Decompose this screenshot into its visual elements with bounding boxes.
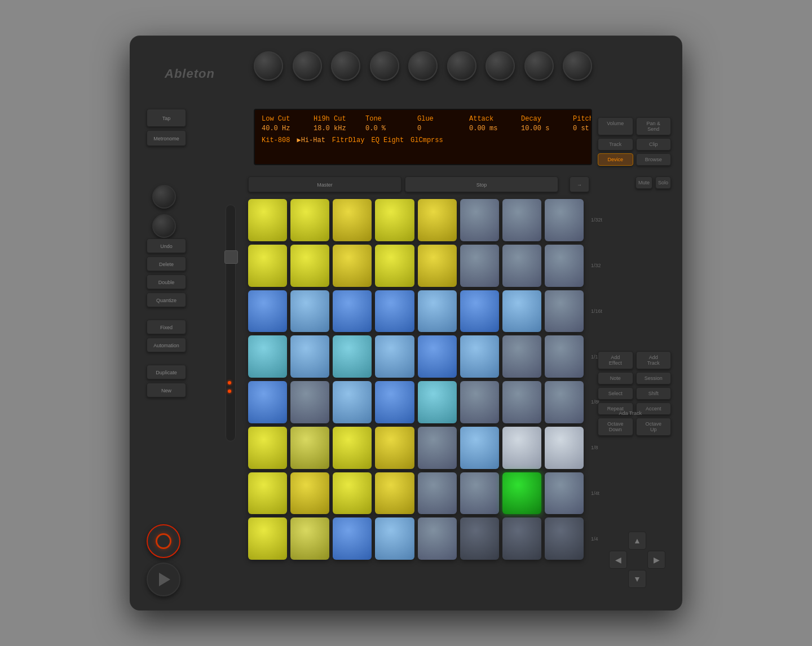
pad-1-6[interactable] — [460, 199, 499, 241]
pad-5-7[interactable] — [502, 381, 541, 423]
pad-1-3[interactable] — [333, 199, 372, 241]
tap-tempo-button[interactable]: TapTempo — [147, 109, 186, 127]
pad-5-1[interactable] — [248, 381, 287, 423]
pad-1-8[interactable] — [545, 199, 584, 241]
pad-7-3[interactable] — [333, 472, 372, 515]
knob-4[interactable] — [370, 51, 399, 81]
pad-6-6[interactable] — [460, 427, 499, 469]
pad-2-5[interactable] — [418, 245, 457, 287]
new-button[interactable]: New — [147, 383, 186, 397]
track-button[interactable]: Track — [598, 138, 633, 151]
pad-5-4[interactable] — [375, 381, 414, 423]
pad-7-1[interactable] — [248, 472, 287, 515]
device-button[interactable]: Device — [598, 153, 633, 166]
pad-7-7[interactable] — [502, 472, 541, 515]
pad-4-7[interactable] — [502, 335, 541, 378]
solo-button[interactable]: Solo — [655, 176, 671, 189]
pad-7-6[interactable] — [460, 472, 499, 515]
volume-slider[interactable] — [226, 205, 236, 441]
pad-3-8[interactable] — [545, 290, 584, 333]
knob-9[interactable] — [563, 51, 592, 81]
record-button[interactable] — [147, 524, 180, 558]
pad-3-5[interactable] — [418, 290, 457, 333]
pad-5-6[interactable] — [460, 381, 499, 423]
pad-7-5[interactable] — [418, 472, 457, 515]
pad-8-3[interactable] — [333, 517, 372, 560]
arrow-left-button[interactable]: ◀ — [609, 551, 627, 569]
pad-4-3[interactable] — [333, 335, 372, 378]
delete-button[interactable]: Delete — [147, 256, 186, 271]
volume-button[interactable]: Volume — [598, 117, 633, 135]
knob-8[interactable] — [524, 51, 554, 81]
add-effect-button[interactable]: AddEffect — [598, 351, 633, 369]
slider-thumb[interactable] — [224, 250, 238, 264]
pad-3-6[interactable] — [460, 290, 499, 333]
pad-6-3[interactable] — [333, 427, 372, 469]
pad-8-6[interactable] — [460, 517, 499, 560]
knob-2[interactable] — [293, 51, 322, 81]
pad-3-3[interactable] — [333, 290, 372, 333]
pad-5-2[interactable] — [290, 381, 329, 423]
session-button[interactable]: Session — [636, 372, 672, 384]
undo-button[interactable]: Undo — [147, 238, 186, 253]
encoder-left-1[interactable] — [152, 185, 176, 209]
pad-2-7[interactable] — [502, 245, 541, 287]
pad-5-8[interactable] — [545, 381, 584, 423]
pad-2-6[interactable] — [460, 245, 499, 287]
pad-4-4[interactable] — [375, 335, 414, 378]
quantize-button[interactable]: Quantize — [147, 293, 186, 307]
pad-8-1[interactable] — [248, 517, 287, 560]
encoder-left-2[interactable] — [152, 214, 176, 238]
fixed-length-button[interactable]: FixedLength — [147, 320, 186, 334]
note-button[interactable]: Note — [598, 372, 633, 384]
pad-7-2[interactable] — [290, 472, 329, 515]
pad-7-4[interactable] — [375, 472, 414, 515]
pad-3-4[interactable] — [375, 290, 414, 333]
play-button[interactable] — [147, 563, 180, 596]
octave-down-button[interactable]: OctaveDown — [598, 418, 633, 436]
pad-6-5[interactable] — [418, 427, 457, 469]
pad-2-4[interactable] — [375, 245, 414, 287]
pad-4-6[interactable] — [460, 335, 499, 378]
pad-2-1[interactable] — [248, 245, 287, 287]
pad-5-5[interactable] — [418, 381, 457, 423]
pad-1-1[interactable] — [248, 199, 287, 241]
pad-8-8[interactable] — [545, 517, 584, 560]
pad-6-8[interactable] — [545, 427, 584, 469]
pan-send-button[interactable]: Pan &Send — [636, 117, 672, 135]
pad-4-1[interactable] — [248, 335, 287, 378]
metronome-button[interactable]: Metronome — [147, 130, 186, 146]
pad-6-1[interactable] — [248, 427, 287, 469]
pad-3-1[interactable] — [248, 290, 287, 333]
pad-5-3[interactable] — [333, 381, 372, 423]
clip-button[interactable]: Clip — [636, 138, 672, 151]
browse-button[interactable]: Browse — [636, 153, 672, 166]
pad-6-2[interactable] — [290, 427, 329, 469]
pad-8-4[interactable] — [375, 517, 414, 560]
knob-1[interactable] — [254, 51, 283, 81]
pad-4-8[interactable] — [545, 335, 584, 378]
knob-5[interactable] — [408, 51, 438, 81]
pad-8-5[interactable] — [418, 517, 457, 560]
stop-all-button[interactable]: Stop — [405, 176, 558, 192]
pad-2-2[interactable] — [290, 245, 329, 287]
automation-button[interactable]: Automation — [147, 338, 186, 352]
pad-1-4[interactable] — [375, 199, 414, 241]
double-button[interactable]: Double — [147, 275, 186, 289]
pad-2-8[interactable] — [545, 245, 584, 287]
pad-4-2[interactable] — [290, 335, 329, 378]
shift-button[interactable]: Shift — [636, 387, 672, 400]
pad-3-7[interactable] — [502, 290, 541, 333]
add-track-button[interactable]: AddTrack — [636, 351, 672, 369]
arrow-up-button[interactable]: ▲ — [628, 532, 646, 550]
select-button[interactable]: Select — [598, 387, 633, 400]
pad-4-5[interactable] — [418, 335, 457, 378]
pad-1-7[interactable] — [502, 199, 541, 241]
pad-6-4[interactable] — [375, 427, 414, 469]
arrow-right-nav-button[interactable]: ▶ — [647, 551, 665, 569]
knob-6[interactable] — [447, 51, 476, 81]
pad-8-2[interactable] — [290, 517, 329, 560]
pad-1-5[interactable] — [418, 199, 457, 241]
pad-3-2[interactable] — [290, 290, 329, 333]
pad-6-7[interactable] — [502, 427, 541, 469]
